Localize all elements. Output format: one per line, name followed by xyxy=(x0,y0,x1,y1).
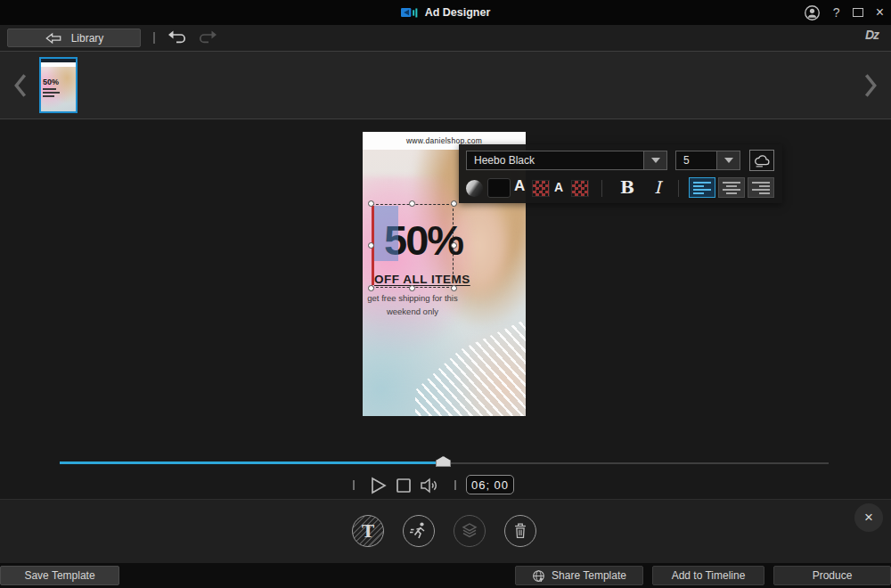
template-thumbnail[interactable]: 50% xyxy=(39,57,78,113)
ad-body-text[interactable]: get free shipping for this weekend only xyxy=(363,292,462,318)
back-arrow-icon xyxy=(45,32,62,45)
seekbar-progress[interactable] xyxy=(60,461,444,464)
preview-stage: www.danielshop.com 50% OFF ALL ITEMS get… xyxy=(0,120,891,499)
font-size-dropdown-button[interactable] xyxy=(717,151,740,170)
font-size-select[interactable]: 5 xyxy=(675,151,717,170)
resize-handle-bottom-right[interactable] xyxy=(451,285,457,291)
app-title: Ad Designer xyxy=(425,6,491,19)
library-button[interactable]: Library xyxy=(7,29,141,47)
seekbar-remaining[interactable] xyxy=(444,462,829,464)
titlebar-center: Ad Designer xyxy=(0,0,891,25)
share-template-button[interactable]: Share Template xyxy=(515,566,643,585)
panel-close-button[interactable]: × xyxy=(854,503,883,532)
text-selection-marquee[interactable] xyxy=(372,204,454,288)
align-left-button[interactable] xyxy=(689,177,715,198)
text-border-label: A xyxy=(514,177,525,195)
chevron-down-icon xyxy=(651,158,660,163)
text-fill-color-swatch[interactable] xyxy=(487,178,511,198)
font-family-select[interactable]: Heebo Black xyxy=(466,151,644,170)
toolbar-divider xyxy=(601,180,602,197)
italic-button[interactable]: I xyxy=(648,175,667,200)
transport-divider xyxy=(454,480,456,490)
resize-handle-top-middle[interactable] xyxy=(409,200,415,207)
trash-icon xyxy=(511,521,530,541)
save-template-button[interactable]: Save Template xyxy=(0,566,119,585)
window-close-button[interactable]: × xyxy=(876,5,884,20)
chevron-down-icon xyxy=(724,158,733,163)
stop-button[interactable] xyxy=(395,477,413,494)
text-tool-button[interactable]: T xyxy=(352,515,384,547)
resize-handle-top-right[interactable] xyxy=(451,200,457,207)
align-center-button[interactable] xyxy=(718,177,745,198)
cloud-download-icon xyxy=(753,154,771,167)
filmstrip-next-icon[interactable] xyxy=(862,73,879,98)
bold-button[interactable]: B xyxy=(616,175,639,200)
account-icon[interactable] xyxy=(804,4,821,21)
footer-bar: Save Template Share Template Add to Time… xyxy=(0,563,891,588)
titlebar-controls: ? × xyxy=(804,0,884,25)
text-format-toolbar: Heebo Black 5 A A B I xyxy=(459,144,782,203)
undo-button[interactable] xyxy=(168,29,189,46)
thumb-artwork: 50% xyxy=(41,67,76,111)
time-display: 06; 00 xyxy=(466,475,514,494)
volume-icon[interactable] xyxy=(419,475,440,496)
delete-tool-button[interactable] xyxy=(504,515,536,547)
toolbar-divider xyxy=(678,180,679,197)
motion-tool-button[interactable] xyxy=(403,515,435,547)
add-to-timeline-button[interactable]: Add to Timeline xyxy=(652,566,764,585)
navbar: Library Dz xyxy=(0,25,891,51)
app-logo-icon xyxy=(401,6,419,19)
resize-handle-bottom-left[interactable] xyxy=(368,285,374,291)
template-filmstrip: 50% xyxy=(0,51,891,119)
text-opacity-button[interactable] xyxy=(466,180,483,197)
nav-divider xyxy=(153,32,155,44)
text-align-group xyxy=(689,177,774,198)
seekbar-handle[interactable] xyxy=(436,456,451,467)
resize-handle-top-left[interactable] xyxy=(368,200,374,207)
resize-handle-middle-left[interactable] xyxy=(368,242,374,249)
directorzone-icon[interactable]: Dz xyxy=(865,28,879,42)
resize-handle-middle-right[interactable] xyxy=(451,242,457,249)
object-tools-panel: T xyxy=(0,499,891,563)
text-tool-icon: T xyxy=(362,521,374,541)
text-border-color-swatch[interactable] xyxy=(532,180,550,197)
redo-button[interactable] xyxy=(196,29,217,46)
layers-tool-button[interactable] xyxy=(454,515,486,547)
text-shadow-label: A xyxy=(554,180,563,194)
ad-designer-window: Ad Designer ? × Library xyxy=(0,0,891,588)
resize-handle-bottom-middle[interactable] xyxy=(409,285,415,291)
globe-upload-icon xyxy=(532,569,545,583)
font-family-dropdown-button[interactable] xyxy=(644,151,667,170)
thumb-headline: 50% xyxy=(43,78,59,86)
layers-icon xyxy=(459,520,480,542)
produce-button[interactable]: Produce xyxy=(773,566,891,585)
titlebar: Ad Designer ? × xyxy=(0,0,891,25)
play-button[interactable] xyxy=(367,475,388,496)
transport-divider xyxy=(353,480,355,490)
maximize-button[interactable] xyxy=(853,8,863,17)
library-button-label: Library xyxy=(71,32,104,45)
running-person-icon xyxy=(408,520,429,542)
help-button[interactable]: ? xyxy=(833,5,840,20)
align-right-button[interactable] xyxy=(748,177,774,198)
filmstrip-prev-icon[interactable] xyxy=(12,73,29,98)
text-highlight xyxy=(372,206,398,261)
download-fonts-button[interactable] xyxy=(749,150,774,171)
text-shadow-color-swatch[interactable] xyxy=(571,180,589,197)
